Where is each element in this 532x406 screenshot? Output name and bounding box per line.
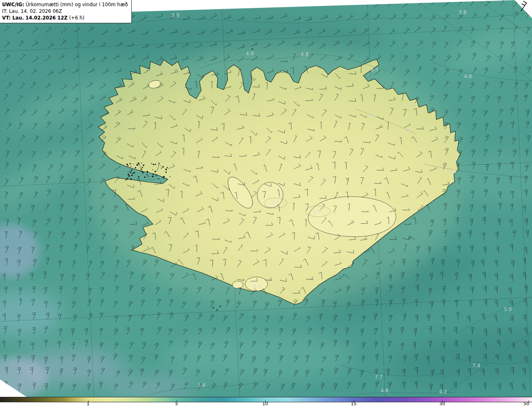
contour-value-label: 4.4 [253, 284, 261, 289]
legend-tick-label: 10 [262, 401, 268, 406]
contour-value-label: 4.9 [246, 51, 254, 56]
contour-value-label: 2.5 [271, 200, 279, 206]
contour-value-label: 4.2 [439, 389, 447, 395]
color-scale-legend: 1510153050 [0, 397, 532, 406]
contour-value-label: 5.0 [504, 306, 512, 312]
legend-tick-label: 30 [439, 401, 445, 406]
dither-texture [0, 0, 532, 397]
product-title: Úrkomumætti (mm) og vindur í 100m hæð [26, 2, 128, 7]
contour-value-label: 4.8 [300, 51, 308, 57]
contour-value-label: 2.4 [367, 113, 375, 118]
contour-value-label: 5.0 [405, 102, 413, 108]
contour-value-label: 4.9 [448, 169, 456, 174]
weather-map: 3.93.84.94.84.94.65.02.42.34.92.52.94.45… [0, 0, 532, 397]
product-label: UWC/IG: [2, 2, 24, 7]
legend-tick-label: 5 [175, 401, 178, 406]
legend-tick-label: 1 [86, 401, 89, 406]
legend-tick-label: 50 [523, 401, 529, 406]
contour-value-label: 4.6 [464, 73, 472, 79]
contour-value-label: 4.9 [370, 67, 378, 73]
contour-value-label: 2.3 [402, 127, 410, 133]
legend-tick-label: 15 [351, 401, 357, 406]
valid-time: VT: Lau. 14.02.2026 12Z [2, 15, 67, 21]
valid-time-line: VT: Lau. 14.02.2026 12Z (+6 h) [2, 15, 128, 21]
contour-value-label: 5.6 [197, 382, 205, 388]
weather-map-viewport: 3.93.84.94.84.94.65.02.42.34.92.52.94.45… [0, 0, 532, 406]
contour-value-label: 2.9 [313, 208, 320, 214]
map-title-box: UWC/IG: Úrkomumætti (mm) og vindur í 100… [0, 0, 132, 23]
contour-value-label: 7.7 [374, 374, 382, 380]
contour-value-label: 7.4 [472, 363, 480, 369]
contour-value-label: 3.9 [171, 12, 179, 18]
valid-offset: (+6 h) [69, 15, 84, 21]
init-time-line: IT: Lau. 14. 02. 2026 06Z [2, 8, 128, 15]
title-line: UWC/IG: Úrkomumætti (mm) og vindur í 100… [2, 1, 128, 8]
contour-value-label: 3.8 [458, 10, 466, 15]
contour-value-label: 4.8 [380, 388, 388, 394]
